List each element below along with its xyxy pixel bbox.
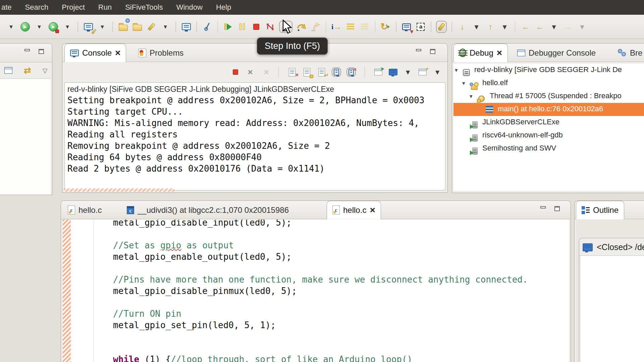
open-console-dropdown[interactable]: ▾ (433, 67, 442, 77)
tab-udivdi3[interactable]: c __udivdi3() at libgcc2.c:1,070 0x20015… (121, 201, 294, 219)
terminal-subpanel-header[interactable]: <Closed> /de (579, 238, 644, 256)
menu-help[interactable]: Help (216, 3, 231, 12)
open-console-link-button[interactable]: ➤ (374, 67, 383, 77)
project-explorer-content[interactable] (0, 78, 51, 195)
source-box-button[interactable]: a (415, 21, 426, 33)
maximize-icon[interactable] (39, 49, 44, 54)
pause-icon (243, 23, 245, 30)
menu-project[interactable]: Project (62, 3, 85, 12)
display-console-dropdown[interactable]: ▾ (403, 67, 413, 77)
toolbar-separator (196, 22, 197, 32)
code-area[interactable]: metal_gpio_disable_input(led0, 5); //Set… (113, 220, 569, 362)
run-button[interactable]: ▶ (20, 21, 31, 33)
editor-tabrow: c hello.c c __udivdi3() at libgcc2.c:1,0… (61, 201, 571, 219)
thread-icon (478, 96, 485, 102)
slash-icon (203, 22, 211, 31)
new-wizard-dropdown[interactable]: ▾ (97, 21, 108, 33)
close-icon[interactable]: × (370, 205, 375, 215)
close-icon[interactable]: × (115, 48, 120, 58)
tree-row-process[interactable]: Semihosting and SWV (453, 142, 644, 155)
tab-hello-c-active[interactable]: c hello.c × (327, 201, 381, 219)
code-line: metal_gpio_disable_pinmux(led0, 5); (113, 285, 569, 297)
remove-launch-button[interactable]: × (246, 67, 255, 77)
minimize-icon[interactable] (540, 206, 546, 208)
word-wrap-button[interactable]: ↵ (317, 67, 326, 77)
debug-dropdown[interactable]: ▾ (62, 21, 73, 33)
show-stderr-button[interactable]: × (346, 67, 356, 77)
console-process-label: red-v-blinky [SiFive GDB SEGGER J-Link D… (65, 83, 445, 95)
chevron-down-icon[interactable]: ▾ (470, 93, 473, 100)
back-button[interactable]: ← (534, 21, 545, 33)
tree-row-process[interactable]: riscv64-unknown-elf-gdb (453, 129, 644, 142)
scroll-lock-button[interactable] (302, 67, 312, 77)
remove-all-terminated-button[interactable]: × (260, 67, 270, 77)
console-pin-button[interactable]: ▼ (401, 21, 412, 33)
disconnect-button[interactable] (265, 21, 276, 33)
forward-dropdown[interactable]: ▾ (577, 21, 587, 33)
search-button[interactable] (146, 21, 157, 33)
menu-navigate[interactable]: ate (1, 3, 12, 12)
chevron-down-icon[interactable]: ▾ (455, 67, 458, 74)
view-menu-icon[interactable]: ▽ (43, 67, 48, 74)
code-editor[interactable]: metal_gpio_disable_input(led0, 5); //Set… (63, 220, 569, 362)
chevron-down-icon[interactable]: ▾ (6, 21, 16, 33)
step-return-button[interactable] (310, 21, 321, 33)
previous-annotation-button[interactable]: ↑ (485, 21, 496, 33)
open-console-button[interactable]: + (418, 67, 427, 77)
search-dropdown[interactable]: ▾ (160, 21, 171, 33)
new-wizard-button[interactable] (83, 21, 94, 33)
tab-debugger-console[interactable]: Debugger Console (512, 44, 601, 62)
restart-button[interactable]: ↻ (380, 21, 391, 33)
close-icon[interactable]: × (497, 48, 502, 58)
link-with-editor-icon[interactable]: ⇄ (24, 66, 31, 75)
instruction-stepping-button[interactable]: i→ (331, 21, 342, 33)
last-edit-location-button[interactable]: ← (520, 21, 531, 33)
tab-breakpoints[interactable]: Bre (612, 44, 644, 62)
menu-run[interactable]: Run (98, 3, 112, 12)
back-dropdown[interactable]: ▾ (548, 21, 559, 33)
toolbar-separator (278, 66, 279, 78)
pin-console-button[interactable] (332, 67, 341, 77)
tree-row-elf[interactable]: ▾ hello.elf (453, 77, 644, 90)
chevron-down-icon[interactable]: ▾ (462, 80, 465, 87)
minimize-icon[interactable] (416, 49, 421, 51)
maximize-icon[interactable] (430, 49, 435, 54)
tree-row-stack-frame[interactable]: main() at hello.c:76 0x200102a6 (453, 103, 644, 116)
tree-row-thread[interactable]: ▾ Thread #1 57005 (Suspended : Breakpo (453, 90, 644, 103)
slash-tool-button[interactable] (202, 21, 212, 33)
open-folder-button[interactable] (132, 21, 143, 33)
tab-outline[interactable]: Outline (576, 201, 624, 219)
tab-console[interactable]: Console × (64, 44, 126, 62)
mark-occurrences-button[interactable] (436, 21, 447, 33)
tab-debug[interactable]: Debug × (453, 44, 508, 62)
terminal-button[interactable] (181, 21, 192, 33)
resume-button[interactable] (223, 21, 233, 33)
step-over-button[interactable] (296, 21, 307, 33)
debug-button[interactable]: ▶ (48, 21, 59, 33)
suspend-button[interactable] (237, 21, 248, 33)
marker-icon (438, 22, 445, 31)
menu-search[interactable]: Search (25, 3, 49, 12)
next-annotation-dropdown[interactable]: ▾ (471, 21, 482, 33)
tree-row-launch[interactable]: ▾ red-v-blinky [SiFive GDB SEGGER J-Link… (453, 64, 644, 77)
step-filters-button[interactable] (359, 21, 370, 33)
menu-window[interactable]: Window (176, 3, 203, 12)
menu-sifivetools[interactable]: SiFiveTools (125, 3, 163, 12)
forward-button[interactable]: → (562, 21, 573, 33)
run-dropdown[interactable]: ▾ (34, 21, 45, 33)
collapse-all-icon[interactable] (4, 67, 12, 74)
show-execution-button[interactable] (345, 21, 356, 33)
terminate-button[interactable] (251, 21, 262, 33)
tab-hello-c-1[interactable]: c hello.c (62, 201, 107, 219)
display-selected-console-button[interactable] (388, 67, 398, 77)
open-project-button[interactable] (118, 21, 128, 33)
console-output[interactable]: red-v-blinky [SiFive GDB SEGGER J-Link D… (64, 82, 445, 190)
maximize-icon[interactable] (554, 206, 560, 211)
tab-problems[interactable]: Problems (133, 44, 189, 62)
tree-row-process[interactable]: JLinkGDBServerCLExe (453, 116, 644, 129)
minimize-icon[interactable] (24, 49, 30, 51)
clear-console-button[interactable]: × (287, 67, 297, 77)
previous-annotation-dropdown[interactable]: ▾ (499, 21, 510, 33)
terminate-button[interactable] (231, 67, 240, 77)
next-annotation-button[interactable]: ↓ (457, 21, 468, 33)
